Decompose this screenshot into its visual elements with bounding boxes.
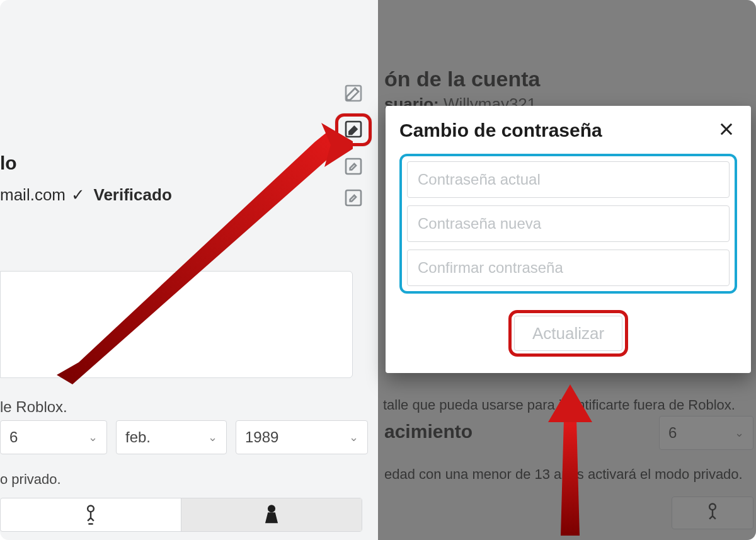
modal-title: Cambio de contraseña xyxy=(399,120,602,141)
update-button[interactable]: Actualizar xyxy=(514,316,622,351)
dob-month-value: feb. xyxy=(125,428,151,446)
current-password-input[interactable]: Contraseña actual xyxy=(407,161,730,198)
svg-rect-3 xyxy=(346,190,361,205)
edit-icon[interactable] xyxy=(342,155,365,178)
edit-icon[interactable] xyxy=(342,187,365,209)
email-verified-row: mail.com ✓ Verificado xyxy=(0,185,172,205)
dob-month-select[interactable]: feb. ⌄ xyxy=(116,420,227,454)
close-icon xyxy=(718,120,735,141)
placeholder-text: Confirmar contraseña xyxy=(418,259,563,277)
description-textarea[interactable] xyxy=(0,271,353,378)
heading-fragment: lo xyxy=(0,152,17,174)
dob-day-value: 6 xyxy=(9,428,18,446)
svg-rect-0 xyxy=(346,86,361,101)
annotation-inputs-highlight: Contraseña actual Contraseña nueva Confi… xyxy=(399,154,737,294)
dob-year-value: 1989 xyxy=(245,428,278,446)
gender-selector xyxy=(0,498,362,532)
annotation-highlight-box: Actualizar xyxy=(508,310,628,357)
email-fragment: mail.com xyxy=(0,185,66,204)
gender-male-option[interactable] xyxy=(1,498,181,531)
gender-female-option[interactable] xyxy=(181,498,362,531)
update-button-label: Actualizar xyxy=(532,324,604,343)
left-settings-panel: lo mail.com ✓ Verificado le Roblox. xyxy=(0,0,378,540)
chevron-down-icon: ⌄ xyxy=(208,430,217,444)
check-icon: ✓ xyxy=(71,185,85,204)
svg-point-5 xyxy=(268,505,275,512)
placeholder-text: Contraseña actual xyxy=(418,171,541,188)
chevron-down-icon: ⌄ xyxy=(88,430,98,444)
edit-icon[interactable] xyxy=(342,82,365,105)
annotation-highlight-box xyxy=(335,113,372,146)
dob-day-select[interactable]: 6 ⌄ xyxy=(0,420,107,454)
chevron-down-icon: ⌄ xyxy=(349,430,358,444)
note-fragment: le Roblox. xyxy=(0,398,67,416)
change-password-modal: Cambio de contraseña Contraseña actual C… xyxy=(386,106,751,373)
placeholder-text: Contraseña nueva xyxy=(418,215,541,233)
confirm-password-input[interactable]: Confirmar contraseña xyxy=(407,250,730,286)
svg-point-4 xyxy=(88,505,94,512)
verified-label: Verificado xyxy=(93,185,171,204)
edit-password-icon[interactable] xyxy=(342,118,365,141)
birthdate-row: 6 ⌄ feb. ⌄ 1989 ⌄ xyxy=(0,420,368,454)
dob-year-select[interactable]: 1989 ⌄ xyxy=(236,420,368,454)
close-button[interactable] xyxy=(716,120,737,141)
new-password-input[interactable]: Contraseña nueva xyxy=(407,205,730,242)
private-mode-note-fragment: o privado. xyxy=(0,471,61,488)
svg-rect-2 xyxy=(346,159,361,174)
